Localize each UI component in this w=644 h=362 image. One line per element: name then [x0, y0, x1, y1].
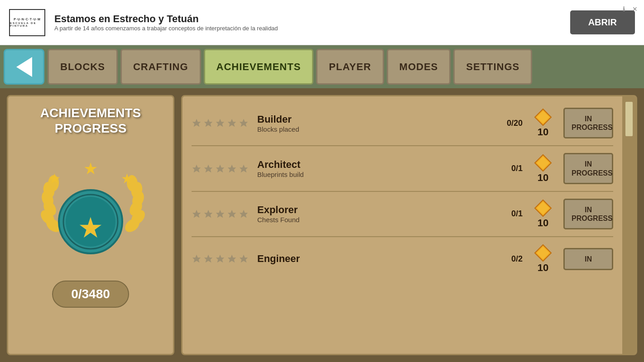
- svg-marker-36: [216, 210, 224, 218]
- svg-marker-33: [537, 157, 549, 169]
- svg-marker-20: [192, 119, 201, 127]
- tab-modes[interactable]: MODES: [387, 49, 451, 85]
- ad-banner: P·U·N·C·T·U·M ESCUELA DE PINTURA Estamos…: [0, 0, 644, 45]
- ad-subtext: A partir de 14 años comenzamos a trabaja…: [54, 25, 278, 32]
- ad-text: Estamos en Estrecho y Tetuán A partir de…: [54, 13, 278, 32]
- svg-marker-29: [216, 164, 224, 172]
- svg-marker-22: [216, 119, 224, 127]
- right-panel: Builder Blocks placed 0/20 10 IN PROGRES…: [181, 95, 637, 355]
- achievements-title: ACHIEVEMENTS PROGRESS: [17, 105, 164, 136]
- explorer-name: Explorer: [257, 204, 489, 216]
- explorer-gem: 10: [529, 199, 557, 229]
- builder-stars: [192, 118, 250, 128]
- tab-settings[interactable]: SETTINGS: [453, 49, 532, 85]
- svg-marker-40: [537, 202, 549, 214]
- achievement-row-engineer: Engineer 0/2 10 IN: [192, 237, 613, 281]
- svg-marker-35: [204, 210, 212, 218]
- ad-info-icon[interactable]: ℹ: [619, 5, 628, 14]
- main-content: ACHIEVEMENTS PROGRESS: [0, 88, 644, 362]
- engineer-status-button[interactable]: IN: [563, 248, 613, 270]
- architect-stars: [192, 164, 250, 174]
- svg-text:★: ★: [48, 171, 61, 186]
- svg-marker-44: [228, 255, 236, 262]
- explorer-gem-value: 10: [538, 217, 548, 229]
- scrollbar-track[interactable]: [622, 96, 636, 354]
- architect-info: Architect Blueprints build: [257, 159, 489, 178]
- back-button[interactable]: [4, 49, 44, 85]
- svg-text:★: ★: [78, 213, 103, 243]
- svg-marker-26: [537, 111, 549, 124]
- architect-gem-value: 10: [538, 172, 548, 184]
- svg-marker-28: [204, 164, 212, 172]
- scrollbar-thumb[interactable]: [625, 101, 634, 137]
- svg-marker-43: [216, 255, 224, 262]
- svg-marker-23: [228, 119, 236, 127]
- svg-marker-41: [192, 255, 201, 262]
- architect-status-button[interactable]: IN PROGRESS: [563, 153, 613, 184]
- explorer-progress: 0/1: [495, 209, 523, 219]
- back-arrow-icon: [16, 57, 32, 77]
- engineer-info: Engineer: [257, 253, 489, 265]
- ad-close-icon[interactable]: ✕: [630, 5, 639, 14]
- svg-marker-37: [228, 210, 236, 218]
- svg-marker-30: [228, 164, 236, 172]
- progress-counter: 0/3480: [52, 281, 129, 308]
- achievement-row-builder: Builder Blocks placed 0/20 10 IN PROGRES…: [192, 101, 613, 146]
- svg-marker-21: [204, 119, 212, 127]
- architect-gem: 10: [529, 154, 557, 184]
- builder-gem-value: 10: [538, 126, 548, 138]
- svg-marker-27: [192, 164, 201, 172]
- builder-name: Builder: [257, 114, 489, 125]
- svg-text:★: ★: [83, 159, 98, 178]
- svg-marker-38: [240, 210, 248, 218]
- tab-crafting[interactable]: CRAFTING: [120, 49, 201, 85]
- engineer-name: Engineer: [257, 253, 489, 265]
- explorer-info: Explorer Chests Found: [257, 204, 489, 224]
- builder-progress: 0/20: [495, 119, 523, 128]
- explorer-desc: Chests Found: [257, 216, 489, 224]
- ad-cta-button[interactable]: ABRIR: [570, 10, 635, 34]
- tab-achievements[interactable]: ACHIEVEMENTS: [204, 49, 314, 85]
- builder-status-button[interactable]: IN PROGRESS: [563, 108, 613, 138]
- trophy-badge: ★ ★ ★ ★ ★: [34, 145, 147, 272]
- tab-blocks[interactable]: BLOCKS: [48, 49, 118, 85]
- engineer-stars: [192, 254, 250, 264]
- builder-gem: 10: [529, 108, 557, 138]
- achievement-row-architect: Architect Blueprints build 0/1 10 IN PRO…: [192, 146, 613, 191]
- ad-logo: P·U·N·C·T·U·M ESCUELA DE PINTURA: [9, 9, 45, 36]
- architect-progress: 0/1: [495, 164, 523, 173]
- achievements-list: Builder Blocks placed 0/20 10 IN PROGRES…: [183, 96, 622, 354]
- nav-bar: BLOCKS CRAFTING ACHIEVEMENTS PLAYER MODE…: [0, 45, 644, 88]
- engineer-progress: 0/2: [495, 254, 523, 264]
- explorer-stars: [192, 209, 250, 219]
- svg-marker-24: [240, 119, 248, 127]
- ad-headline: Estamos en Estrecho y Tetuán: [54, 13, 278, 25]
- tab-player[interactable]: PLAYER: [316, 49, 384, 85]
- explorer-status-button[interactable]: IN PROGRESS: [563, 199, 613, 229]
- svg-marker-31: [240, 164, 248, 172]
- architect-desc: Blueprints build: [257, 171, 489, 178]
- achievement-row-explorer: Explorer Chests Found 0/1 10 IN PROGRESS: [192, 192, 613, 237]
- left-panel: ACHIEVEMENTS PROGRESS: [7, 95, 174, 355]
- svg-marker-45: [240, 255, 248, 262]
- architect-name: Architect: [257, 159, 489, 171]
- svg-text:★: ★: [121, 171, 133, 186]
- engineer-gem-value: 10: [538, 262, 548, 274]
- builder-desc: Blocks placed: [257, 125, 489, 133]
- svg-marker-42: [204, 255, 212, 262]
- builder-info: Builder Blocks placed: [257, 114, 489, 133]
- svg-marker-47: [537, 247, 549, 259]
- svg-marker-34: [192, 210, 201, 218]
- engineer-gem: 10: [529, 244, 557, 274]
